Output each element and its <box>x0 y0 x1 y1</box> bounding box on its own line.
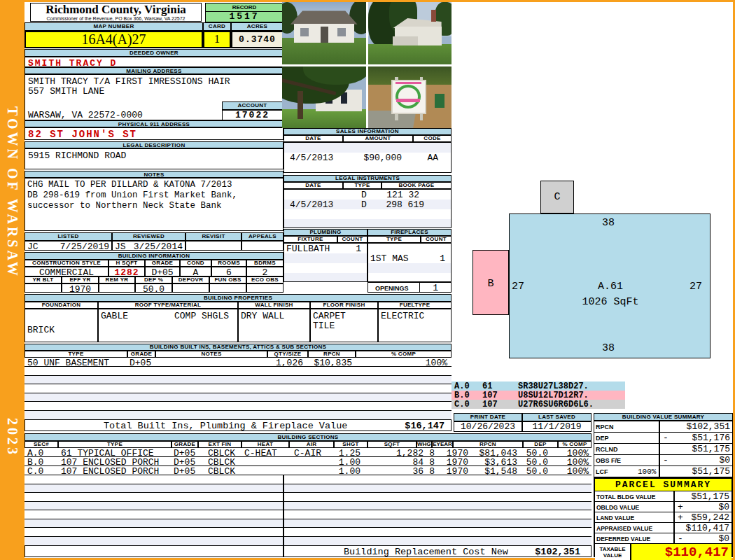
sign-text <box>396 99 419 102</box>
bvs-extra: 100% <box>638 468 656 476</box>
empty-row <box>24 510 592 519</box>
legal-instrument-rows: D 121 32 4/5/2013 D 298 619 <box>284 189 451 228</box>
fixture-value: FULLBATH <box>286 244 330 254</box>
empty-row <box>284 273 367 282</box>
parcel-row: TOTAL BLDG VALUE $51,175 <box>595 491 732 502</box>
fireplaces-title: FIREPLACES <box>368 229 451 236</box>
print-date-value: 10/26/2023 <box>454 421 522 432</box>
effyr-value: 1970 <box>62 284 99 293</box>
legend-code: A.0 <box>454 382 470 391</box>
parcel-op: - <box>678 533 683 544</box>
bs-sec-label: SEC# <box>24 441 58 448</box>
parcel-op: + <box>678 502 683 512</box>
ecoobs-label: ECO OBS <box>246 276 284 284</box>
sketch-dim-left: 27 <box>512 281 524 293</box>
divider <box>659 455 660 465</box>
county-header: Richmond County, Virginia Commissioner o… <box>30 3 202 22</box>
fireplace-count-value: 1 <box>440 253 445 264</box>
empty-row <box>368 273 451 282</box>
empty-row <box>284 253 367 263</box>
parcel-label: TOTAL BLDG VALUE <box>596 493 655 500</box>
bvs-label: RPCN <box>596 424 614 430</box>
bs-type-label: TYPE <box>58 441 172 448</box>
depovr-value <box>172 284 209 293</box>
bi-type-label: TYPE <box>24 351 127 358</box>
parcel-amount: $0 <box>718 502 729 512</box>
plumbing-rows: FULLBATH 1 <box>284 243 368 282</box>
sales-date-label: DATE <box>284 135 343 142</box>
sign-ring <box>396 85 421 108</box>
bvs-amount: $51,175 <box>692 466 730 477</box>
built-ins-title: BUILDING BUILT INS, BASEMENTS, ATTICS & … <box>24 344 451 351</box>
legend-num: 107 <box>482 400 498 410</box>
openings-row: OPENINGS 1 <box>368 282 451 293</box>
fixture-count-label: COUNT <box>337 236 368 243</box>
trunk <box>298 91 303 119</box>
openings-value: 1 <box>419 283 438 293</box>
deeded-owner-label: DEEDED OWNER <box>24 49 284 57</box>
bi-comp-label: % COMP <box>356 351 451 358</box>
notes-line-2: DB 298-619 from Union First Market Bank, <box>27 190 237 200</box>
divider <box>659 421 660 432</box>
bs-eyear-label: EYEAR <box>432 441 453 448</box>
construction-style-value: COMMERCIAL <box>24 267 108 276</box>
bs-heat-label: HEAT <box>241 441 289 448</box>
funobs-label: FUN OBS <box>209 276 246 284</box>
empty-row <box>368 244 451 253</box>
fireplace-rows: 1ST MAS 1 <box>368 243 451 282</box>
card-label: CARD <box>203 22 231 31</box>
bvs-row: LCF 100% $51,175 <box>594 465 733 477</box>
depovr-label: DEPOVR <box>172 276 209 284</box>
appeals-value <box>241 241 284 251</box>
empty-row <box>24 537 592 546</box>
funobs-value <box>209 284 246 293</box>
roof-value: GABLE COMP SHGLS <box>98 309 238 342</box>
bvs-amount: $51,175 <box>692 444 730 454</box>
roof-type-value: GABLE <box>101 311 128 321</box>
parcel-amount: $110,417 <box>686 523 729 533</box>
cond-value: A <box>180 267 211 276</box>
bvs-amount: $51,176 <box>692 433 730 443</box>
record-value: 1517 <box>205 11 284 22</box>
legal-instrument-row: D 121 32 <box>284 190 451 200</box>
year-banner: 2023 <box>0 406 24 469</box>
county-title: Richmond County, Virginia <box>31 4 201 16</box>
built-ins-row: 50 UNF BASEMENT D+05 1,026 $10,835 100% <box>24 358 451 367</box>
taxable-row: TAXABLE VALUE $110,417 <box>595 544 732 560</box>
bs-extfin-label: EXT FIN <box>198 441 241 448</box>
property-photo-side <box>368 2 452 64</box>
legal-instruments-title: LEGAL INSTRUMENTS <box>284 175 451 182</box>
ecoobs-value <box>246 284 284 293</box>
listed-value: JC7/25/2019 <box>24 241 112 251</box>
empty-row <box>24 367 451 376</box>
parcel-amount: $51,175 <box>691 491 729 502</box>
legend-num: 61 <box>482 382 492 391</box>
print-date-label: PRINT DATE <box>454 413 522 421</box>
revisit-value <box>186 241 241 251</box>
county-subtitle: Commissioner of the Revenue, PO Box 366,… <box>31 16 201 21</box>
dep-pct-value: 50.0 <box>135 284 172 293</box>
parcel-amount: $0 <box>718 533 729 544</box>
listed-label: LISTED <box>24 232 112 241</box>
parcel-label: OBLDG VALUE <box>596 504 639 511</box>
notes-label: NOTES <box>24 171 284 178</box>
building-sections-title: BUILDING SECTIONS <box>24 433 592 441</box>
town-banner: TOWN OF WARSAW <box>0 77 24 308</box>
empty-row <box>24 484 592 493</box>
map-number-value: 16A4(A)27 <box>24 31 203 48</box>
card-value: 1 <box>203 31 231 48</box>
listed-date: 7/25/2019 <box>60 241 109 250</box>
construction-style-label: CONSTRUCTION STYLE <box>24 260 108 267</box>
empty-row <box>284 163 451 173</box>
sketch-c-label: C <box>540 191 574 203</box>
bdrms-label: BDRMS <box>246 260 284 267</box>
empty-row <box>24 402 451 411</box>
li-date-label: DATE <box>284 182 343 189</box>
empty-row <box>24 502 592 511</box>
lawn <box>368 44 452 64</box>
replacement-cost-value: $102,351 <box>535 547 580 557</box>
bs-air-label: AIR <box>289 441 334 448</box>
sketch-a-label: A.61 <box>568 281 652 293</box>
foundation-label: FOUNDATION <box>24 302 98 309</box>
bvs-amount: $0 <box>719 455 730 465</box>
